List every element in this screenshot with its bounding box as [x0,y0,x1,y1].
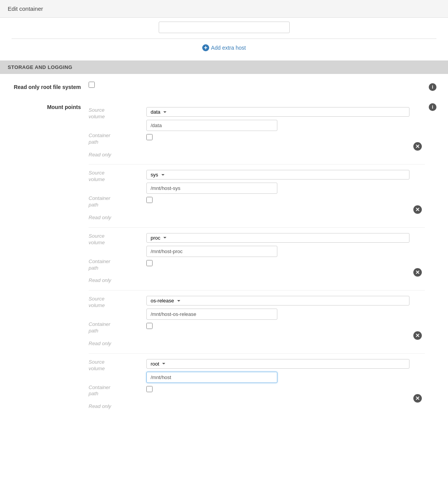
mp-readonly-label-2: Read only [89,215,143,221]
mp-source-value-1: data [151,109,160,115]
readonly-root-row: Read only root file system i [12,82,436,91]
mp-checkbox-row-3 [146,260,409,266]
mp-readonly-label-1: Read only [89,152,143,158]
mp-path-input-1[interactable] [146,120,277,131]
mp-labels-3: Sourcevolume Containerpath Read only [89,233,143,285]
mp-caret-2 [161,174,164,176]
mp-readonly-checkbox-5[interactable] [146,386,153,392]
mp-fields-3: proc [146,233,409,266]
mp-remove-icon-4[interactable]: ✕ [413,331,422,340]
mp-source-value-3: proc [151,235,160,241]
mp-source-dropdown-5[interactable]: root [146,359,409,369]
mp-remove-icon-5[interactable]: ✕ [413,394,422,403]
section-body: Read only root file system i Mount point… [0,74,448,428]
mp-container-label-5: Containerpath [89,384,143,398]
mount-point-item-2: Sourcevolume Containerpath Read only sys [89,164,425,227]
mp-remove-icon-3[interactable]: ✕ [413,268,422,277]
mp-readonly-label-3: Read only [89,277,143,284]
mp-fields-4: os-release [146,296,409,329]
add-extra-host-button[interactable]: + Add extra host [202,43,246,53]
mount-points-section: Mount points Sourcevolume Containerpath … [12,98,436,420]
mp-source-label-5: Sourcevolume [89,359,143,372]
readonly-root-control [89,82,429,88]
top-input-row [159,22,290,33]
mp-labels-4: Sourcevolume Containerpath Read only [89,296,143,347]
mp-source-dropdown-2[interactable]: sys [146,170,409,180]
mp-readonly-checkbox-2[interactable] [146,197,153,203]
mp-path-input-2[interactable] [146,183,277,194]
mp-checkbox-row-2 [146,197,409,203]
mount-point-item-4: Sourcevolume Containerpath Read only os-… [89,290,425,353]
mp-checkbox-row-1 [146,134,409,140]
mp-fields-2: sys [146,170,409,203]
readonly-root-checkbox[interactable] [89,82,95,88]
mp-source-value-2: sys [151,172,158,178]
mp-checkbox-row-4 [146,323,409,329]
mp-fields-1: data [146,107,409,140]
mp-source-label-4: Sourcevolume [89,296,143,309]
mp-path-input-5[interactable] [146,372,277,383]
top-area: + Add extra host [0,18,448,60]
mp-readonly-label-5: Read only [89,403,143,410]
mp-remove-icon-1[interactable]: ✕ [413,142,422,151]
mp-caret-5 [162,363,165,364]
mp-source-label-1: Sourcevolume [89,107,143,120]
mp-container-label-3: Containerpath [89,258,143,272]
mount-points-info-col: i [429,102,436,111]
top-input-field[interactable] [159,22,290,33]
mp-source-value-5: root [151,361,159,367]
mp-remove-icon-2[interactable]: ✕ [413,205,422,214]
mp-caret-3 [163,237,166,238]
mp-container-label-4: Containerpath [89,321,143,334]
readonly-root-info-icon[interactable]: i [429,83,436,91]
mp-container-label-2: Containerpath [89,195,143,208]
mp-readonly-checkbox-4[interactable] [146,323,153,329]
page-header: Edit container [0,0,448,18]
mp-readonly-label-4: Read only [89,341,143,347]
mp-caret-4 [177,300,180,302]
mp-readonly-checkbox-1[interactable] [146,134,153,140]
plus-icon: + [202,44,209,51]
divider [12,39,436,39]
mp-path-input-3[interactable] [146,246,277,257]
mount-point-item: Sourcevolume Containerpath Read only dat… [89,102,425,164]
mp-checkbox-row-5 [146,386,409,392]
mp-labels-2: Sourcevolume Containerpath Read only [89,170,143,222]
mp-caret-1 [163,111,166,113]
mp-container-label-1: Containerpath [89,133,143,146]
mount-points-label: Mount points [12,102,89,110]
mp-path-input-4[interactable] [146,309,277,320]
mp-source-dropdown-4[interactable]: os-release [146,296,409,305]
readonly-root-label: Read only root file system [12,82,89,90]
mp-fields-5: root [146,359,409,392]
readonly-root-info-col: i [429,82,436,91]
mp-source-value-4: os-release [151,298,174,304]
storage-section-header: STORAGE AND LOGGING [0,60,448,74]
mp-labels-5: Sourcevolume Containerpath Read only [89,359,143,411]
mp-source-dropdown-1[interactable]: data [146,107,409,117]
mount-point-item-5: Sourcevolume Containerpath Read only roo… [89,354,425,416]
mp-source-dropdown-3[interactable]: proc [146,233,409,243]
mount-point-item-3: Sourcevolume Containerpath Read only pro… [89,228,425,290]
mp-labels-1: Sourcevolume Containerpath Read only [89,107,143,159]
mp-source-label-3: Sourcevolume [89,233,143,246]
mp-source-label-2: Sourcevolume [89,170,143,183]
mount-points-info-icon[interactable]: i [429,103,436,111]
add-extra-host-label: Add extra host [211,45,246,51]
mp-readonly-checkbox-3[interactable] [146,260,153,266]
mount-points-content: Sourcevolume Containerpath Read only dat… [89,102,425,416]
page-title: Edit container [8,5,43,12]
